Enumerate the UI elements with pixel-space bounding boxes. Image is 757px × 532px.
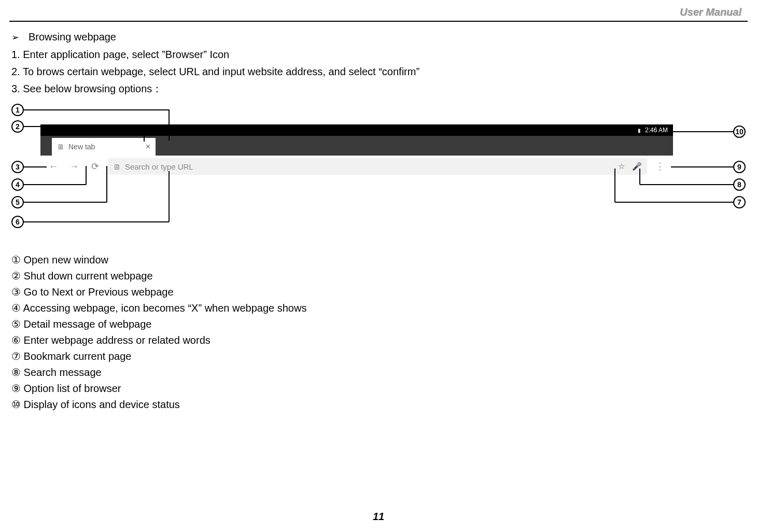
- page-content: ➢ Browsing webpage 1. Enter application …: [11, 31, 746, 413]
- back-button[interactable]: ←: [46, 159, 61, 174]
- header-divider: [9, 21, 748, 22]
- step-1: 1. Enter application page, select ”Brows…: [11, 47, 746, 62]
- legend-item: ⑥ Enter webpage address or related words: [11, 332, 746, 348]
- connector: [86, 166, 87, 185]
- connector: [24, 166, 47, 167]
- bookmark-star-icon[interactable]: ☆: [618, 162, 625, 171]
- connector: [614, 169, 615, 202]
- url-placeholder: Search or type URL: [125, 162, 193, 171]
- callout-8: 8: [733, 178, 746, 191]
- callout-6: 6: [11, 216, 24, 228]
- connector: [24, 126, 144, 127]
- url-bar[interactable]: 🗎 Search or type URL ☆ 🎤: [108, 158, 647, 175]
- menu-kebab-icon[interactable]: ⋮: [652, 159, 668, 174]
- callout-9: 9: [733, 161, 746, 173]
- connector: [24, 221, 169, 222]
- section-title: Browsing webpage: [29, 31, 116, 43]
- legend-item: ③ Go to Next or Previous webpage: [11, 284, 746, 300]
- forward-button[interactable]: →: [66, 159, 82, 174]
- callout-5: 5: [11, 196, 24, 208]
- browser-screenshot: ▮ 2:46 AM 🗎 New tab × ← → ⟳ 🗎 Search or …: [40, 124, 673, 177]
- section-heading: ➢ Browsing webpage: [11, 31, 746, 43]
- connector: [24, 202, 107, 203]
- connector: [671, 166, 733, 167]
- callout-1: 1: [11, 104, 24, 116]
- legend-item: ⑩ Display of icons and device status: [11, 397, 746, 413]
- close-tab-icon[interactable]: ×: [146, 142, 150, 151]
- connector: [169, 171, 170, 222]
- step-2: 2. To brows certain webpage, select URL …: [11, 64, 746, 79]
- reload-button[interactable]: ⟳: [87, 159, 103, 174]
- legend-item: ⑨ Option list of browser: [11, 381, 746, 397]
- connector: [106, 166, 107, 202]
- connector: [640, 184, 733, 185]
- legend-item: ⑦ Bookmark current page: [11, 348, 746, 365]
- bullet-arrow-icon: ➢: [11, 32, 19, 43]
- tab-label: New tab: [68, 143, 95, 151]
- callout-7: 7: [733, 196, 746, 208]
- legend-item: ② Shut down current webpage: [11, 268, 746, 284]
- connector: [615, 202, 733, 203]
- callout-2: 2: [11, 120, 24, 133]
- connector: [24, 109, 169, 110]
- connector: [24, 184, 86, 185]
- battery-icon: ▮: [638, 128, 641, 133]
- page-icon: 🗎: [57, 143, 64, 151]
- legend-item: ④ Accessing webpage, icon becomes “X” wh…: [11, 300, 746, 316]
- callout-10: 10: [733, 125, 746, 138]
- page-number: 11: [0, 511, 757, 523]
- mic-icon[interactable]: 🎤: [632, 162, 642, 171]
- browser-diagram: 1 2 3 4 5 6 10 9 8 7: [11, 104, 746, 249]
- callout-4: 4: [11, 178, 24, 191]
- tab-strip: 🗎 New tab ×: [40, 136, 673, 156]
- connector: [673, 131, 733, 132]
- browser-toolbar: ← → ⟳ 🗎 Search or type URL ☆ 🎤 ⋮: [40, 156, 673, 177]
- callout-legend: ① Open new window ② Shut down current we…: [11, 252, 746, 413]
- legend-item: ① Open new window: [11, 252, 746, 268]
- status-time: 2:46 AM: [645, 127, 668, 134]
- legend-item: ⑧ Search message: [11, 365, 746, 381]
- header-user-manual: User Manual: [680, 6, 741, 18]
- connector: [169, 109, 170, 141]
- connector: [144, 126, 145, 142]
- legend-item: ⑤ Detail message of webpage: [11, 316, 746, 332]
- connector: [639, 169, 640, 185]
- browser-tab[interactable]: 🗎 New tab ×: [52, 138, 156, 156]
- page-icon: 🗎: [113, 162, 121, 171]
- callout-3: 3: [11, 161, 24, 173]
- step-3: 3. See below browsing options：: [11, 81, 746, 96]
